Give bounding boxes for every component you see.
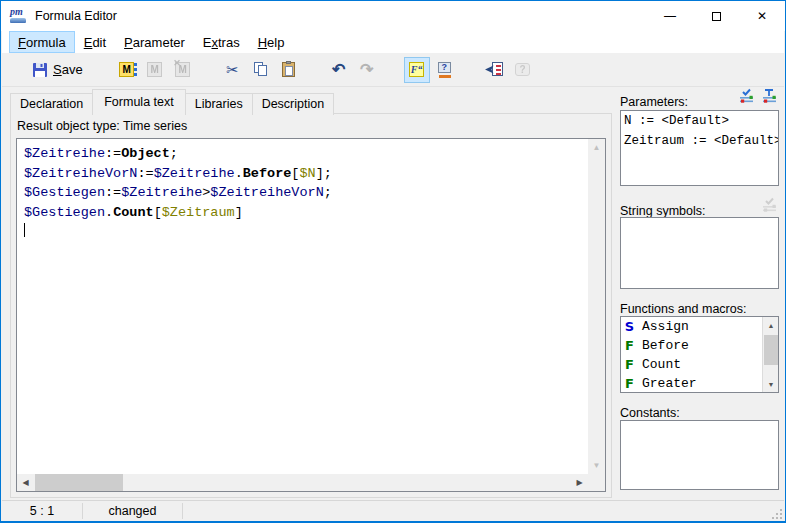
function-item[interactable]: FCount xyxy=(621,355,778,374)
parameters-check-values-button[interactable] xyxy=(738,87,755,104)
help-topics-button[interactable]: ➤ xyxy=(482,57,508,83)
menu-item-formula[interactable]: Formula xyxy=(9,31,75,53)
save-label: Save xyxy=(53,62,83,77)
code-line xyxy=(24,222,581,242)
macro-edit-icon: M xyxy=(147,62,162,77)
toolbar: Save M M M✕ ✂ ↶ ↷ F“ ? xyxy=(2,53,784,87)
menu-item-parameter[interactable]: Parameter xyxy=(115,31,194,53)
undo-icon: ↶ xyxy=(332,62,345,78)
functions-scrollbar[interactable]: ▲ ▼ xyxy=(762,317,778,392)
function-item[interactable]: FBefore xyxy=(621,336,778,355)
title-bar: pm Formula Editor — ✕ xyxy=(1,1,785,31)
scroll-left-icon[interactable]: ◀ xyxy=(17,474,34,491)
parameters-listbox[interactable]: N := <Default>Zeitraum := <Default> xyxy=(620,110,779,186)
macro-delete-button: M✕ xyxy=(170,57,196,83)
function-name: Count xyxy=(642,357,681,372)
parameters-label: Parameters: xyxy=(620,95,688,109)
assign-badge-icon: S xyxy=(624,319,635,334)
help-topics-icon: ➤ xyxy=(487,62,503,78)
scroll-up-icon[interactable]: ▲ xyxy=(763,317,779,333)
app-icon: pm xyxy=(10,8,27,24)
paste-icon xyxy=(282,62,295,77)
functions-scroll-thumb[interactable] xyxy=(764,335,778,365)
function-badge-icon: F xyxy=(624,357,635,372)
function-badge-icon: F xyxy=(624,338,635,353)
constants-label: Constants: xyxy=(620,406,680,420)
editor-horizontal-scrollbar[interactable]: ◀ ▶ xyxy=(17,474,588,491)
formula-quotes-toggle[interactable]: F“ xyxy=(404,57,430,83)
functions-and-macros-label: Functions and macros: xyxy=(620,302,746,316)
redo-icon: ↷ xyxy=(360,62,373,78)
function-name: Before xyxy=(642,338,689,353)
cut-button[interactable]: ✂ xyxy=(220,57,246,83)
window-title: Formula Editor xyxy=(35,9,117,23)
formula-quotes-icon: F“ xyxy=(409,62,424,77)
function-badge-icon: F xyxy=(624,376,635,391)
function-item[interactable]: SAssign xyxy=(621,317,778,336)
tab-strip: DeclarationFormula textLibrariesDescript… xyxy=(10,91,333,115)
tab-description[interactable]: Description xyxy=(252,93,335,115)
formula-editor-window: pm Formula Editor — ✕ FormulaEditParamet… xyxy=(0,0,786,523)
whats-this-icon: ? xyxy=(515,63,530,76)
context-help-icon: ? xyxy=(437,62,453,78)
undo-button[interactable]: ↶ xyxy=(326,57,352,83)
formula-text-tab-page: Result object type: Time series $Zeitrei… xyxy=(10,113,612,498)
check-sliders-icon xyxy=(739,88,755,104)
redo-button: ↷ xyxy=(354,57,380,83)
tab-libraries[interactable]: Libraries xyxy=(185,93,253,115)
save-icon xyxy=(32,62,48,78)
code-line: $ZeitreiheVorN:=$Zeitreihe.Before[$N]; xyxy=(24,164,581,184)
code-line: $Zeitreihe:=Object; xyxy=(24,144,581,164)
macro-delete-icon: M✕ xyxy=(175,62,190,77)
resize-grip[interactable] xyxy=(771,508,782,519)
minimize-button[interactable]: — xyxy=(647,1,693,31)
parameters-text-values-button[interactable] xyxy=(761,87,778,104)
menu-item-extras[interactable]: Extras xyxy=(194,31,249,53)
menu-bar: FormulaEditParameterExtrasHelp xyxy=(2,31,784,53)
close-icon: ✕ xyxy=(757,9,767,23)
paste-button[interactable] xyxy=(276,57,302,83)
right-panel: Parameters: xyxy=(620,87,780,501)
parameter-item[interactable]: N := <Default> xyxy=(621,111,778,131)
parameter-item[interactable]: Zeitraum := <Default> xyxy=(621,131,778,151)
tab-declaration[interactable]: Declaration xyxy=(10,93,93,115)
save-button[interactable]: Save xyxy=(25,57,90,83)
cursor-position-status: 5 : 1 xyxy=(2,501,82,521)
formula-editor-box: $Zeitreihe:=Object;$ZeitreiheVorN:=$Zeit… xyxy=(16,138,606,492)
maximize-icon xyxy=(712,12,721,21)
maximize-button[interactable] xyxy=(693,1,739,31)
scroll-up-icon[interactable]: ▲ xyxy=(588,139,605,156)
text-caret xyxy=(24,223,25,237)
string-symbols-listbox[interactable] xyxy=(620,217,779,289)
context-help-button[interactable]: ? xyxy=(432,57,458,83)
function-item[interactable]: FGreater xyxy=(621,374,778,393)
close-button[interactable]: ✕ xyxy=(739,1,785,31)
horizontal-scroll-thumb[interactable] xyxy=(35,474,123,491)
code-line: $Gestiegen:=$Zeitreihe>$ZeitreiheVorN; xyxy=(24,183,581,203)
minimize-icon: — xyxy=(664,9,676,23)
copy-icon xyxy=(254,62,268,77)
constants-listbox[interactable] xyxy=(620,420,779,490)
editor-vertical-scrollbar[interactable]: ▲ ▼ xyxy=(588,139,605,474)
function-name: Greater xyxy=(642,376,697,391)
scroll-right-icon[interactable]: ▶ xyxy=(571,474,588,491)
tab-formula-text[interactable]: Formula text xyxy=(92,89,185,115)
content-area: DeclarationFormula textLibrariesDescript… xyxy=(2,87,784,501)
string-symbols-label: String symbols: xyxy=(620,204,705,218)
code-line: $Gestiegen.Count[$Zeitraum] xyxy=(24,203,581,223)
macro-add-button[interactable]: M xyxy=(114,57,140,83)
status-bar: 5 : 1 changed xyxy=(2,500,784,521)
cut-icon: ✂ xyxy=(226,62,239,77)
functions-listbox[interactable]: SAssignFBeforeFCountFGreater ▲ ▼ xyxy=(620,316,779,393)
scroll-down-icon[interactable]: ▼ xyxy=(588,457,605,474)
formula-code-input[interactable]: $Zeitreihe:=Object;$ZeitreiheVorN:=$Zeit… xyxy=(17,139,588,474)
string-symbols-edit-button xyxy=(761,196,778,213)
function-name: Assign xyxy=(642,319,689,334)
menu-item-edit[interactable]: Edit xyxy=(75,31,115,53)
check-sliders-icon xyxy=(762,197,778,213)
scroll-down-icon[interactable]: ▼ xyxy=(763,376,779,392)
result-object-type-label: Result object type: Time series xyxy=(17,119,187,133)
macro-edit-button: M xyxy=(142,57,168,83)
copy-button[interactable] xyxy=(248,57,274,83)
menu-item-help[interactable]: Help xyxy=(249,31,294,53)
